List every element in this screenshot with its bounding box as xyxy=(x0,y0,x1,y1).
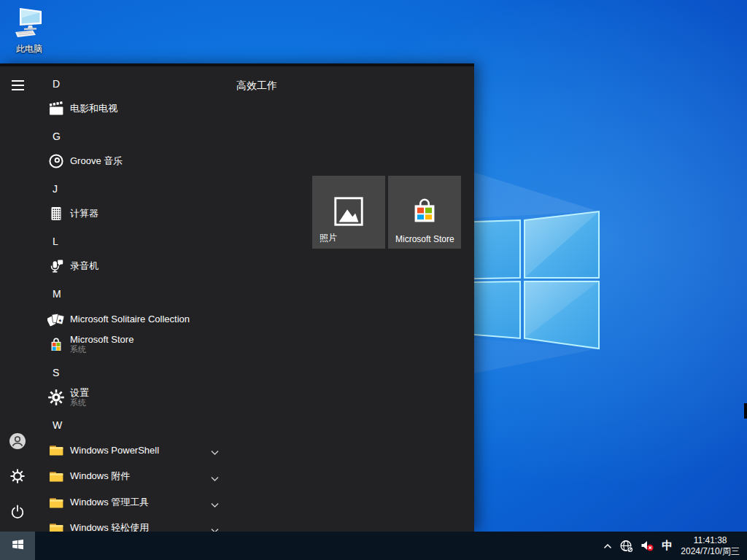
app-item-sublabel: 系统 xyxy=(70,398,89,408)
network-offline-icon[interactable] xyxy=(619,532,634,560)
folder-item-windows-powershell[interactable]: Windows PowerShell xyxy=(35,438,228,462)
screen-edge-notch xyxy=(744,403,747,419)
this-pc-icon xyxy=(11,29,47,42)
section-letter-label: D xyxy=(53,78,60,90)
menu-expand-button[interactable] xyxy=(0,73,35,97)
app-item-groove-music[interactable]: Groove 音乐 xyxy=(35,149,228,174)
taskbar: 中 11:41:38 2024/7/10/周三 xyxy=(0,532,747,560)
app-item-label: 设置 xyxy=(70,387,89,398)
app-item-label: Microsoft Solitaire Collection xyxy=(70,314,190,324)
app-item-label: 计算器 xyxy=(70,207,98,220)
app-item-voice-recorder[interactable]: 录音机 xyxy=(35,254,228,279)
solitaire-icon: ♠ xyxy=(47,310,65,327)
settings-gear-icon xyxy=(47,389,65,406)
chevron-down-icon[interactable] xyxy=(211,473,219,484)
desktop-icon-this-pc[interactable]: 此电脑 xyxy=(9,6,50,55)
chevron-down-icon[interactable] xyxy=(211,447,219,458)
section-letter-M[interactable]: M xyxy=(35,281,228,306)
settings-gear-icon xyxy=(9,468,26,487)
folder-item-windows-admin-tools[interactable]: Windows 管理工具 xyxy=(35,490,228,515)
app-item-label: 录音机 xyxy=(70,260,98,273)
system-tray: 中 11:41:38 2024/7/10/周三 xyxy=(603,532,747,560)
calculator-icon xyxy=(47,205,65,222)
user-account-icon xyxy=(8,432,27,454)
folder-icon xyxy=(47,494,65,511)
section-letter-G[interactable]: G xyxy=(35,124,228,149)
chevron-down-icon[interactable] xyxy=(211,499,219,510)
clock-date: 2024/7/10/周三 xyxy=(681,546,740,557)
tile-group-header[interactable]: 高效工作 xyxy=(236,79,277,93)
app-item-sublabel: 系统 xyxy=(70,345,133,354)
folder-item-windows-accessories[interactable]: Windows 附件 xyxy=(35,464,228,489)
section-letter-D[interactable]: D xyxy=(35,71,228,96)
app-item-settings[interactable]: 设置 系统 xyxy=(35,384,228,411)
windows-logo-icon xyxy=(12,538,24,553)
hamburger-icon xyxy=(12,80,24,90)
folder-item-label: Windows PowerShell xyxy=(70,445,159,456)
tile-label: Microsoft Store xyxy=(395,234,454,244)
voice-recorder-icon xyxy=(47,257,65,275)
app-item-label: Groove 音乐 xyxy=(70,155,123,168)
taskbar-clock[interactable]: 11:41:38 2024/7/10/周三 xyxy=(679,535,741,557)
power-icon xyxy=(9,504,26,523)
folder-item-label: Windows 附件 xyxy=(70,470,130,483)
app-item-label: 电影和电视 xyxy=(70,102,117,115)
section-letter-W[interactable]: W xyxy=(35,413,228,438)
microsoft-store-icon xyxy=(408,195,441,231)
app-item-calculator[interactable]: 计算器 xyxy=(35,201,228,226)
app-item-movies-tv[interactable]: 电影和电视 xyxy=(35,96,228,121)
desktop-icon-label: 此电脑 xyxy=(9,43,50,55)
section-letter-L[interactable]: L xyxy=(35,229,228,254)
rail-settings-button[interactable] xyxy=(0,462,35,494)
app-item-label: Microsoft Store xyxy=(70,334,133,345)
photos-icon xyxy=(332,195,365,231)
groove-music-icon xyxy=(47,152,65,170)
section-letter-label: M xyxy=(53,288,61,300)
section-letter-label: L xyxy=(53,236,58,247)
folder-icon xyxy=(47,467,65,485)
section-letter-label: W xyxy=(53,419,62,431)
tile-photos[interactable]: 照片 xyxy=(312,176,385,249)
user-account-button[interactable] xyxy=(0,427,35,459)
section-letter-S[interactable]: S xyxy=(35,360,228,385)
section-letter-label: G xyxy=(53,131,61,142)
movies-tv-icon xyxy=(47,100,65,117)
section-letter-label: J xyxy=(53,183,58,195)
folder-item-label: Windows 管理工具 xyxy=(70,496,149,509)
tile-microsoft-store[interactable]: Microsoft Store xyxy=(388,176,461,249)
clock-time: 11:41:38 xyxy=(681,535,740,546)
volume-muted-icon[interactable] xyxy=(640,532,655,560)
microsoft-store-icon xyxy=(47,335,65,353)
section-letter-label: S xyxy=(53,367,59,378)
app-item-solitaire[interactable]: ♠ Microsoft Solitaire Collection xyxy=(35,306,228,331)
hidden-icons-chevron-icon[interactable] xyxy=(603,532,613,560)
ime-indicator[interactable]: 中 xyxy=(662,539,673,553)
power-button[interactable] xyxy=(0,497,35,529)
start-button[interactable] xyxy=(0,532,35,560)
section-letter-J[interactable]: J xyxy=(35,176,228,201)
app-item-microsoft-store[interactable]: Microsoft Store 系统 xyxy=(35,330,228,358)
start-menu-panel: D 电影和电视 G Groove 音乐 xyxy=(0,63,474,532)
tile-label: 照片 xyxy=(320,232,337,244)
folder-icon xyxy=(47,441,65,459)
